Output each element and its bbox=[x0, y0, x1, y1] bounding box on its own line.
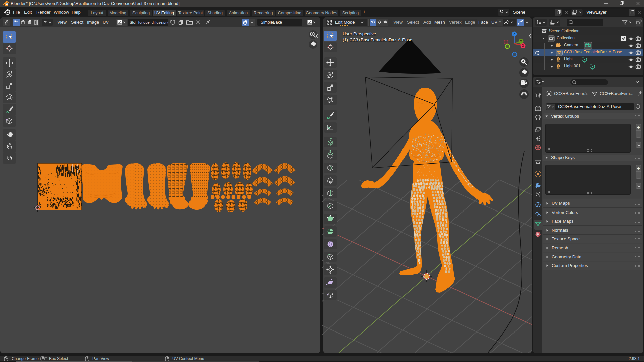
svg-text:X: X bbox=[522, 44, 524, 48]
svg-text:Y: Y bbox=[520, 40, 522, 43]
svg-text:Z: Z bbox=[513, 32, 515, 36]
